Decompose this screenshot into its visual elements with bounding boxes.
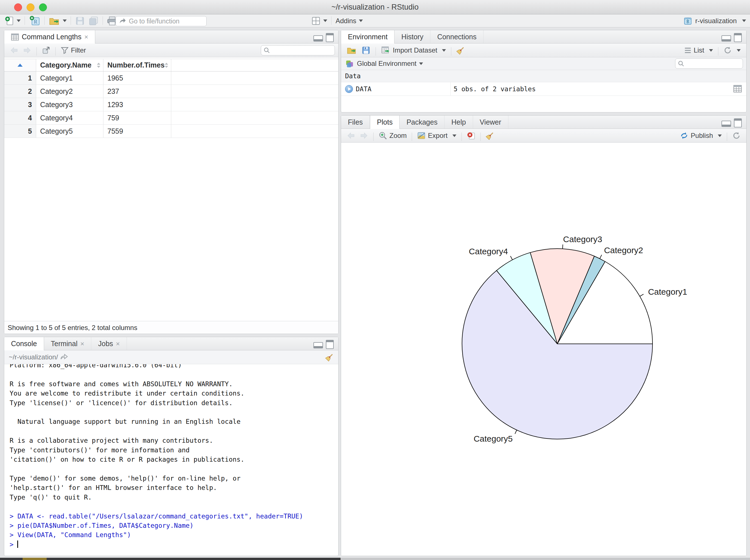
project-name: r-visualization: [695, 17, 737, 25]
table-header-row: Category.Name Number.of.Times: [4, 59, 338, 72]
minimize-window-button[interactable]: [26, 3, 35, 11]
refresh-icon: [724, 46, 732, 55]
filter-button[interactable]: Filter: [59, 45, 88, 56]
view-object-button[interactable]: [733, 84, 742, 94]
working-dir-label: ~/r-visualization/: [9, 353, 58, 361]
clear-environment-button[interactable]: [454, 45, 467, 56]
close-tab-icon[interactable]: ×: [80, 340, 84, 347]
export-plot-button[interactable]: Export: [415, 130, 458, 141]
clear-console-broom-icon[interactable]: [325, 353, 334, 361]
popout-window-button[interactable]: [40, 45, 53, 56]
tab-jobs[interactable]: Jobs ×: [91, 337, 127, 351]
toolbar-separator: [373, 133, 374, 141]
table-row: 2Category2237: [4, 85, 338, 98]
addins-menu[interactable]: Addins: [335, 15, 362, 27]
tab-label: Help: [451, 118, 466, 126]
publish-label: Publish: [691, 132, 713, 140]
refresh-environment-button[interactable]: [721, 45, 743, 56]
remove-plot-button[interactable]: [465, 130, 478, 141]
data-viewer-pane: Command Lengths × Filter: [4, 30, 338, 334]
environment-toolbar: Import Dataset List: [341, 43, 746, 57]
display-mode-button[interactable]: List: [682, 45, 715, 56]
close-window-button[interactable]: [14, 3, 22, 11]
publish-plot-button[interactable]: Publish: [678, 130, 724, 141]
save-button[interactable]: [75, 15, 85, 27]
pane-layout-button[interactable]: [311, 15, 327, 27]
minimize-pane-icon[interactable]: [722, 121, 731, 127]
project-selector[interactable]: R r-visualization: [683, 15, 746, 27]
clear-all-plots-button[interactable]: [483, 130, 496, 141]
import-dataset-button[interactable]: Import Dataset: [379, 45, 448, 56]
column-header-category-name[interactable]: Category.Name: [36, 59, 103, 71]
tab-plots[interactable]: Plots: [370, 116, 400, 129]
environment-object-row[interactable]: DATA 5 obs. of 2 variables: [341, 82, 746, 96]
nav-forward-button[interactable]: [21, 45, 34, 56]
tab-label: Console: [11, 340, 37, 348]
sort-toggle-icon: [165, 63, 168, 68]
environment-search-input[interactable]: [686, 60, 735, 67]
tab-terminal[interactable]: Terminal ×: [44, 337, 92, 351]
toolbar-separator: [718, 47, 718, 56]
row-number-header[interactable]: [4, 59, 36, 71]
refresh-plot-button[interactable]: [730, 130, 743, 141]
minimize-pane-icon[interactable]: [313, 35, 323, 42]
number-of-times-cell: 1293: [103, 98, 171, 111]
table-search-input[interactable]: [272, 46, 321, 54]
list-label: List: [694, 46, 704, 54]
tab-console[interactable]: Console: [4, 337, 44, 351]
new-file-button[interactable]: [4, 15, 21, 27]
goto-file-input[interactable]: [128, 17, 194, 25]
tab-history[interactable]: History: [395, 30, 430, 43]
close-tab-icon[interactable]: ×: [84, 34, 88, 40]
plots-pane: Files Plots Packages Help Viewer Zoom Ex…: [341, 115, 747, 556]
minimize-pane-icon[interactable]: [313, 342, 323, 348]
zoom-plot-button[interactable]: Zoom: [376, 130, 409, 141]
tab-label: Environment: [348, 33, 388, 41]
plots-tabbar: Files Plots Packages Help Viewer: [341, 116, 746, 129]
tab-command-lengths[interactable]: Command Lengths ×: [4, 30, 95, 43]
maximize-pane-icon[interactable]: [734, 118, 742, 127]
next-plot-button[interactable]: [357, 130, 371, 141]
svg-text:R: R: [34, 18, 38, 24]
column-header-number-of-times[interactable]: Number.of.Times: [103, 59, 171, 71]
tab-packages[interactable]: Packages: [400, 116, 445, 129]
nav-back-button[interactable]: [8, 45, 21, 56]
save-all-button[interactable]: [89, 15, 98, 27]
zoom-window-button[interactable]: [39, 3, 47, 11]
toolbar-separator: [451, 47, 451, 56]
tab-environment[interactable]: Environment: [341, 30, 395, 43]
goto-file-box: [116, 16, 206, 26]
new-project-button[interactable]: R: [29, 15, 40, 27]
minimize-pane-icon[interactable]: [722, 35, 731, 42]
tab-help[interactable]: Help: [445, 116, 473, 129]
window-title: ~/r-visualization - RStudio: [0, 0, 750, 14]
export-label: Export: [428, 132, 447, 140]
open-file-caret-icon: [63, 20, 67, 22]
scope-label[interactable]: Global Environment: [357, 60, 417, 67]
popout-icon: [42, 46, 50, 55]
pie-label-Category1: Category1: [648, 287, 687, 296]
console-output-line: 'help.start()' for an HTML browser inter…: [9, 483, 338, 493]
open-file-button[interactable]: [49, 15, 67, 27]
previous-plot-button[interactable]: [344, 130, 357, 141]
close-tab-icon[interactable]: ×: [116, 340, 120, 347]
maximize-pane-icon[interactable]: [326, 33, 334, 42]
tab-label: Command Lengths: [22, 33, 81, 41]
table-body: 1Category119652Category22373Category3129…: [4, 72, 338, 138]
row-number-cell: 2: [4, 85, 36, 98]
console-output-line: [9, 464, 338, 474]
save-workspace-button[interactable]: [359, 45, 373, 56]
global-environment-icon: [345, 59, 354, 68]
pie-label-tick: [640, 294, 644, 296]
tab-files[interactable]: Files: [341, 116, 370, 129]
goto-directory-icon[interactable]: [60, 354, 68, 361]
maximize-pane-icon[interactable]: [734, 33, 742, 42]
tab-viewer[interactable]: Viewer: [473, 116, 508, 129]
tab-connections[interactable]: Connections: [430, 30, 483, 43]
back-arrow-icon: [10, 47, 18, 54]
number-of-times-cell: 7559: [103, 125, 171, 138]
expand-object-icon[interactable]: [345, 85, 353, 93]
console-output-line: Type 'q()' to quit R.: [9, 493, 338, 502]
maximize-pane-icon[interactable]: [326, 340, 334, 349]
load-workspace-button[interactable]: [344, 45, 359, 56]
